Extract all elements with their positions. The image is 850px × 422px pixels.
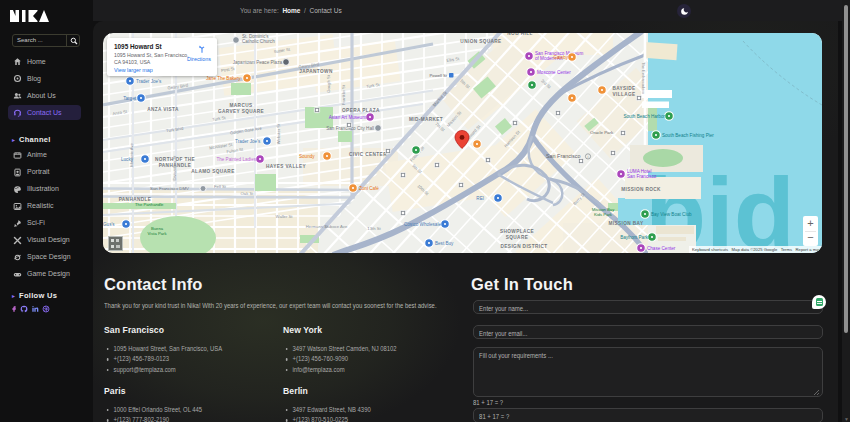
svg-text:Asian Art Museum: Asian Art Museum bbox=[329, 115, 366, 120]
svg-text:MISSION BAY: MISSION BAY bbox=[609, 221, 644, 226]
svg-text:Zuni Café: Zuni Café bbox=[359, 186, 379, 191]
svg-text:Kids Park: Kids Park bbox=[594, 212, 613, 217]
svg-text:Gus's: Gus's bbox=[103, 222, 115, 227]
svg-text:ANZA VISTA: ANZA VISTA bbox=[147, 107, 179, 112]
svg-text:Franklin St: Franklin St bbox=[341, 84, 346, 105]
svg-text:DESIGN DISTRICT: DESIGN DISTRICT bbox=[501, 244, 548, 249]
svg-text:The Painted Ladies: The Painted Ladies bbox=[216, 157, 256, 162]
svg-text:The Panhandle: The Panhandle bbox=[135, 202, 164, 207]
svg-text:South Beach Harbor: South Beach Harbor bbox=[623, 114, 665, 119]
svg-text:MARCUS: MARCUS bbox=[230, 103, 253, 108]
svg-text:ALAMO SQUARE: ALAMO SQUARE bbox=[191, 169, 234, 174]
svg-text:VILLAGE: VILLAGE bbox=[612, 92, 635, 97]
svg-text:Masonic Ave: Masonic Ave bbox=[129, 142, 134, 166]
svg-text:Jane The Bakery: Jane The Bakery bbox=[206, 76, 241, 81]
svg-text:OPERA PLAZA: OPERA PLAZA bbox=[342, 108, 380, 113]
svg-text:JAPANTOWN: JAPANTOWN bbox=[299, 69, 333, 74]
svg-text:Duboce Ave: Duboce Ave bbox=[325, 224, 348, 229]
svg-text:BAYSIDE: BAYSIDE bbox=[612, 86, 635, 91]
svg-text:Bay View Boat Club: Bay View Boat Club bbox=[651, 212, 692, 217]
svg-text:CIVIC CENTER: CIVIC CENTER bbox=[349, 152, 387, 157]
svg-text:San Francisco: San Francisco bbox=[546, 153, 580, 159]
svg-text:Trader Joe's: Trader Joe's bbox=[136, 79, 162, 84]
svg-text:Chase Center: Chase Center bbox=[647, 246, 676, 251]
svg-text:Powell St: Powell St bbox=[430, 73, 448, 78]
svg-text:GARVEY SQUARE: GARVEY SQUARE bbox=[218, 109, 264, 114]
svg-text:Catholic Church: Catholic Church bbox=[242, 39, 275, 44]
svg-text:UNION SQUARE: UNION SQUARE bbox=[460, 39, 501, 44]
svg-text:SQUARE: SQUARE bbox=[506, 235, 528, 240]
svg-text:MISSION ROCK: MISSION ROCK bbox=[621, 187, 661, 192]
svg-text:Soundy: Soundy bbox=[299, 154, 315, 159]
svg-text:Gatsby: Gatsby bbox=[553, 55, 568, 60]
svg-text:Webster St: Webster St bbox=[276, 123, 281, 144]
svg-text:13th St: 13th St bbox=[367, 226, 381, 231]
svg-text:San Francisco: San Francisco bbox=[627, 174, 657, 179]
svg-text:Oracle Park: Oracle Park bbox=[590, 130, 614, 135]
svg-text:Divisadero St: Divisadero St bbox=[172, 155, 177, 181]
svg-text:The Embarcadero: The Embarcadero bbox=[641, 62, 646, 95]
svg-text:Waller St: Waller St bbox=[276, 214, 294, 219]
svg-text:Japantown Peace Plaza: Japantown Peace Plaza bbox=[233, 60, 283, 65]
svg-text:Vista Park: Vista Park bbox=[147, 231, 167, 236]
svg-text:Oak St: Oak St bbox=[241, 191, 255, 196]
svg-text:HAYES VALLEY: HAYES VALLEY bbox=[266, 164, 306, 169]
svg-text:Target: Target bbox=[123, 96, 136, 101]
svg-text:SHOWPLACE: SHOWPLACE bbox=[500, 229, 534, 234]
svg-text:South Beach Fishing Pier: South Beach Fishing Pier bbox=[662, 133, 714, 138]
svg-text:Moscone Center: Moscone Center bbox=[537, 70, 571, 75]
svg-text:Gough St: Gough St bbox=[326, 74, 331, 93]
svg-text:Bayfront Park: Bayfront Park bbox=[620, 235, 649, 240]
svg-text:Lucky: Lucky bbox=[121, 157, 134, 162]
svg-text:Costco Wholesale: Costco Wholesale bbox=[404, 222, 441, 227]
svg-text:Trader Joe's: Trader Joe's bbox=[235, 139, 261, 144]
svg-text:REI: REI bbox=[476, 196, 484, 201]
svg-text:NOB HILL: NOB HILL bbox=[507, 33, 532, 36]
svg-text:Fell St: Fell St bbox=[214, 184, 227, 189]
svg-text:Best Buy: Best Buy bbox=[435, 241, 454, 246]
svg-text:San Francisco DMV: San Francisco DMV bbox=[150, 186, 189, 191]
